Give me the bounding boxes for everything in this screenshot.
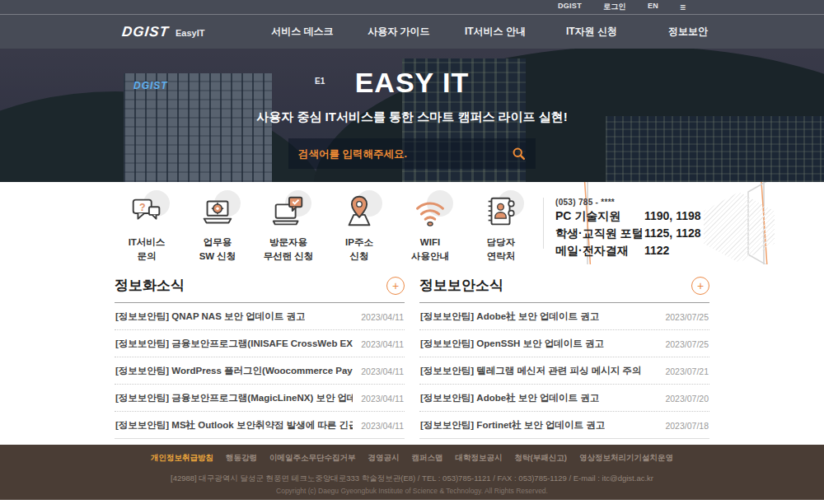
news-item[interactable]: [정보보안팀] WordPress 플러그인(Woocommerce Payme… [115, 357, 405, 385]
news-col-security: 정보보안소식 + [정보보안팀] Adobe社 보안 업데이트 권고 2023/… [419, 276, 709, 439]
plus-icon[interactable]: + [691, 277, 709, 295]
quicklink-label: IP주소신청 [345, 236, 373, 264]
quicklink-label: IT서비스문의 [129, 236, 166, 264]
search-icon [512, 147, 526, 161]
quicklink-sw-request[interactable]: 업무용SW 신청 [182, 193, 253, 264]
utility-link[interactable]: 로그인 [603, 2, 626, 12]
news-item-title: [정보보안팀] WordPress 플러그인(Woocommerce Payme… [115, 365, 353, 377]
utility-links: DGIST로그인EN [558, 2, 658, 12]
footer-link[interactable]: 경영공시 [368, 453, 400, 464]
quicklink-wifi-guide[interactable]: WIFI사용안내 [395, 193, 466, 264]
search-button[interactable] [512, 147, 526, 161]
contact-number: 1190, 1198 [644, 209, 701, 224]
news-item[interactable]: [정보보안팀] Adobe社 보안 업데이트 권고 2023/07/25 [419, 303, 709, 330]
contact-row: 메일·전자결재 1122 [555, 244, 701, 259]
quicklink-label: 업무용SW 신청 [199, 236, 236, 264]
phone-prefix: (053) 785 - **** [555, 198, 701, 207]
news-item-date: 2023/04/11 [361, 366, 404, 376]
news-item-date: 2023/07/21 [665, 366, 709, 376]
laptop-gear-icon [199, 193, 236, 231]
quicklink-it-service[interactable]: ? IT서비스문의 [111, 193, 182, 264]
nav-item[interactable]: 사용자 가이드 [350, 25, 447, 39]
news-item-title: [정보보안팀] OpenSSH 보안 업데이트 권고 [420, 338, 604, 350]
hamburger-menu-icon[interactable]: ≡ [680, 2, 686, 12]
contact-label: PC 기술지원 [555, 209, 644, 224]
contact-book-icon [482, 193, 520, 231]
plus-icon[interactable]: + [386, 277, 405, 295]
footer-link[interactable]: 개인정보취급방침 [151, 453, 213, 464]
laptop-check-icon [269, 193, 307, 231]
nav-item[interactable]: 서비스 데스크 [254, 25, 350, 39]
vertical-divider [543, 198, 544, 249]
footer-link[interactable]: 청탁(부패신고) [515, 453, 567, 464]
footer: 개인정보취급방침행동강령이메일주소무단수집거부경영공시캠퍼스맵대학정보공시청탁(… [0, 445, 824, 500]
search-input[interactable] [298, 148, 512, 160]
footer-link[interactable]: 이메일주소무단수집거부 [269, 453, 356, 464]
svg-text:?: ? [139, 202, 146, 213]
news-security-title: 정보보안소식 [419, 276, 503, 295]
news-item-title: [정보보안팀] QNAP NAS 보안 업데이트 권고 [115, 310, 305, 323]
news-item-date: 2023/07/25 [665, 312, 709, 322]
wifi-icon [411, 193, 449, 231]
news-item-date: 2023/04/11 [361, 394, 404, 404]
contact-row: 학생·교직원 포털 1125, 1128 [555, 226, 701, 241]
header: DGIST로그인EN ≡ DGIST EasyIT 서비스 데스크사용자 가이드… [0, 0, 824, 49]
quicklink-visitor-wlan[interactable]: 방문자용무선랜 신청 [253, 193, 324, 264]
quicklink-label: 담당자연락처 [487, 236, 516, 264]
quicklink-label: WIFI사용안내 [411, 236, 449, 264]
quicklink-label: 방문자용무선랜 신청 [264, 236, 314, 264]
nav-item[interactable]: 정보보안 [639, 25, 736, 39]
news-item[interactable]: [정보보안팀] Adobe社 보안 업데이트 권고 2023/07/20 [419, 385, 709, 412]
news-item-date: 2023/07/18 [665, 421, 709, 431]
news-section: 정보화소식 + [정보보안팀] QNAP NAS 보안 업데이트 권고 2023… [115, 264, 709, 439]
contact-label: 메일·전자결재 [555, 244, 644, 259]
news-item[interactable]: [정보보안팀] 금융보안프로그램(MagicLineNX) 보안 업데이트 권.… [115, 385, 405, 412]
utility-bar: DGIST로그인EN ≡ [0, 0, 824, 15]
quicklink-ip-request[interactable]: IP주소신청 [324, 193, 395, 264]
chat-question-icon: ? [128, 193, 166, 231]
map-pin-icon [340, 193, 378, 231]
nav-item[interactable]: IT서비스 안내 [447, 25, 543, 39]
contact-number: 1122 [644, 244, 669, 259]
footer-link[interactable]: 대학정보공시 [456, 453, 503, 464]
news-item[interactable]: [정보보안팀] OpenSSH 보안 업데이트 권고 2023/07/25 [419, 330, 709, 357]
news-item-date: 2023/04/11 [361, 339, 404, 349]
footer-copyright: Copyright (c) Daegu Gyeongbuk Institute … [0, 487, 824, 495]
utility-link[interactable]: EN [648, 2, 658, 12]
news-item-date: 2023/07/20 [665, 394, 709, 404]
hero-title: EASY IT [355, 67, 470, 99]
quicklink-contact[interactable]: 담당자연락처 [466, 193, 536, 264]
news-item-title: [정보보안팀] Adobe社 보안 업데이트 권고 [420, 310, 599, 323]
contact-label: 학생·교직원 포털 [555, 226, 644, 241]
news-item-title: [정보보안팀] MS社 Outlook 보안취약점 발생에 따른 긴급 안내 [115, 419, 353, 432]
news-item-date: 2023/07/25 [665, 339, 709, 349]
news-item-date: 2023/04/11 [361, 312, 404, 322]
utility-link[interactable]: DGIST [558, 2, 582, 12]
footer-link[interactable]: 영상정보처리기기설치운영 [579, 453, 673, 464]
nav-item[interactable]: IT자원 신청 [543, 25, 639, 39]
easyit-logo-text: EasyIT [176, 28, 204, 38]
news-item[interactable]: [정보보안팀] 금융보안프로그램(INISAFE CrossWeb EX V3)… [115, 330, 405, 357]
hero-subtitle: 사용자 중심 IT서비스를 통한 스마트 캠퍼스 라이프 실현! [256, 110, 568, 125]
footer-link[interactable]: 캠퍼스맵 [412, 453, 443, 464]
quicklinks-section: ? IT서비스문의 업무용SW 신청 [0, 182, 824, 264]
news-item[interactable]: [정보보안팀] Fortinet社 보안 업데이트 권고 2023/07/18 [419, 412, 709, 439]
news-item[interactable]: [정보보안팀] 텔레그램 메신저 관련 피싱 메시지 주의 2023/07/21 [419, 357, 709, 385]
dgist-logo: DGIST [121, 24, 170, 40]
logo[interactable]: DGIST EasyIT [122, 24, 204, 40]
news-col-it: 정보화소식 + [정보보안팀] QNAP NAS 보안 업데이트 권고 2023… [115, 276, 405, 439]
search-bar [288, 138, 536, 169]
news-item-date: 2023/04/11 [361, 421, 404, 431]
footer-link[interactable]: 행동강령 [226, 453, 257, 464]
news-item-title: [정보보안팀] Fortinet社 보안 업데이트 권고 [420, 419, 605, 432]
news-item-title: [정보보안팀] 텔레그램 메신저 관련 피싱 메시지 주의 [420, 365, 641, 377]
news-item-title: [정보보안팀] 금융보안프로그램(INISAFE CrossWeb EX V3)… [115, 338, 353, 350]
news-item[interactable]: [정보보안팀] QNAP NAS 보안 업데이트 권고 2023/04/11 [115, 303, 405, 330]
news-item[interactable]: [정보보안팀] MS社 Outlook 보안취약점 발생에 따른 긴급 안내 2… [115, 412, 405, 439]
news-item-title: [정보보안팀] Adobe社 보안 업데이트 권고 [420, 392, 599, 404]
news-item-title: [정보보안팀] 금융보안프로그램(MagicLineNX) 보안 업데이트 권.… [115, 392, 353, 404]
news-it-title: 정보화소식 [115, 276, 185, 295]
contact-number: 1125, 1128 [644, 226, 701, 241]
contact-row: PC 기술지원 1190, 1198 [555, 209, 701, 224]
nav-items: 서비스 데스크사용자 가이드IT서비스 안내IT자원 신청정보보안 [254, 25, 736, 39]
